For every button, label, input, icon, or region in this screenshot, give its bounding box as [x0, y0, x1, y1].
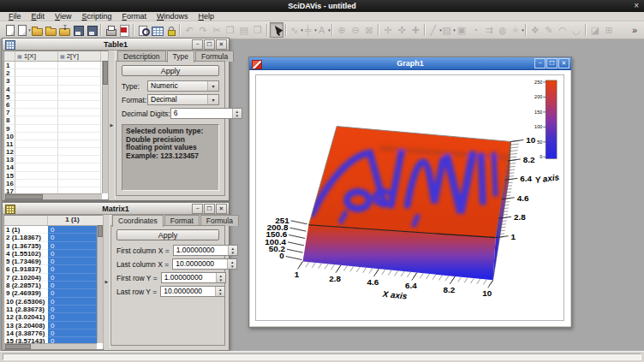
- matrix-cell[interactable]: 0: [48, 250, 97, 258]
- vector-plot-button[interactable]: ⇉: [482, 22, 496, 38]
- row-number[interactable]: 2: [4, 69, 15, 77]
- decimal-digits-spinbox[interactable]: 6: [170, 108, 242, 119]
- close-button[interactable]: ✕: [558, 58, 569, 68]
- matrix-row-header[interactable]: 3 (1.36735): [4, 242, 48, 250]
- table-cell[interactable]: [15, 148, 58, 156]
- matrix-cell[interactable]: 0: [48, 282, 97, 289]
- maximize-button[interactable]: ☐: [204, 39, 215, 50]
- table-cell[interactable]: [58, 125, 101, 133]
- matrix-row-header[interactable]: 14 (3.38776): [4, 329, 48, 337]
- row-number[interactable]: 12: [4, 148, 15, 156]
- row-number[interactable]: 15: [4, 172, 15, 180]
- menu-format[interactable]: Format: [116, 12, 152, 21]
- row-number[interactable]: 13: [4, 156, 15, 163]
- table1-vertical-scrollbar[interactable]: [102, 61, 108, 193]
- app-close-icon[interactable]: ×: [634, 0, 639, 12]
- table-cell[interactable]: [15, 125, 58, 133]
- redo-button[interactable]: ↷: [196, 22, 210, 38]
- row-number[interactable]: 1: [4, 62, 15, 69]
- matrix-row-header[interactable]: 6 (1.91837): [4, 265, 48, 273]
- combo-caret-icon[interactable]: [207, 81, 218, 91]
- last-column-x-spinbox[interactable]: 10.0000000: [172, 258, 237, 270]
- row-number[interactable]: 10: [4, 133, 15, 140]
- draw-line-button[interactable]: ╱▾: [427, 22, 441, 38]
- maximize-button[interactable]: ☐: [204, 204, 215, 214]
- table-cell[interactable]: [15, 172, 58, 180]
- menu-scripting[interactable]: Scripting: [76, 12, 116, 21]
- spinner-arrows-icon[interactable]: [227, 259, 236, 269]
- spinner-arrows-icon[interactable]: [215, 287, 224, 296]
- table-cell[interactable]: [15, 69, 58, 77]
- matrix-row-header[interactable]: 2 (1.18367): [4, 234, 48, 241]
- table-cell[interactable]: [58, 116, 101, 124]
- row-number[interactable]: 6: [4, 101, 15, 109]
- paste-button[interactable]: ▤: [237, 22, 251, 38]
- matrix1-vertical-scrollbar[interactable]: [97, 225, 103, 343]
- add-curve-button[interactable]: ∿▾: [289, 22, 302, 38]
- matrix1-horizontal-scrollbar[interactable]: [4, 343, 97, 349]
- matrix-row-header[interactable]: 9 (2.46939): [4, 289, 48, 297]
- menu-windows[interactable]: Windows: [152, 12, 194, 21]
- matrix1-tab-coordinates[interactable]: Coordinates: [112, 215, 164, 227]
- table-cell[interactable]: [15, 62, 58, 69]
- table1-tab-type[interactable]: Type: [167, 50, 194, 62]
- fit-wizard-button[interactable]: ✧▾: [510, 22, 523, 38]
- new-table-button[interactable]: ◪: [588, 22, 602, 38]
- table-cell[interactable]: [15, 116, 58, 124]
- table-cell[interactable]: [58, 77, 101, 85]
- project-explorer-button[interactable]: [136, 22, 150, 38]
- graph1-titlebar[interactable]: Graph1 − ☐ ✕: [249, 57, 571, 70]
- column-header[interactable]: ▦2[Y]: [58, 51, 101, 61]
- matrix-cell[interactable]: 0: [48, 226, 97, 234]
- plot-3d-sphere-button[interactable]: ◍: [496, 22, 510, 38]
- matrix-row-header[interactable]: 5 (1.73469): [4, 258, 48, 265]
- contour-lines-button[interactable]: ◠: [556, 22, 569, 38]
- table-cell[interactable]: [15, 109, 58, 116]
- select-data-range-button[interactable]: ✚: [408, 22, 422, 38]
- row-number[interactable]: 14: [4, 163, 15, 171]
- apply-button[interactable]: Apply: [122, 65, 219, 76]
- table-cell[interactable]: [58, 62, 101, 69]
- matrix-row-header[interactable]: 10 (2.65306): [4, 298, 48, 306]
- table-cell[interactable]: [58, 156, 101, 163]
- lock-toolbars-button[interactable]: [164, 22, 177, 38]
- add-text-button[interactable]: A▾: [316, 22, 330, 38]
- table-cell[interactable]: [15, 163, 58, 171]
- open-template-button[interactable]: [44, 22, 57, 38]
- add-function-button[interactable]: ▧▾: [441, 22, 455, 38]
- row-number[interactable]: 11: [4, 140, 15, 148]
- table-cell[interactable]: [58, 93, 101, 101]
- minimize-button[interactable]: −: [192, 39, 203, 50]
- matrix-cell[interactable]: 0: [48, 242, 97, 250]
- rescale-to-show-all-button[interactable]: ⊠: [362, 22, 376, 38]
- data-reader-button[interactable]: ✜: [395, 22, 408, 38]
- spinner-arrows-icon[interactable]: [216, 273, 225, 282]
- table-cell[interactable]: [58, 101, 101, 109]
- apply-button[interactable]: Apply: [116, 229, 219, 240]
- matrix-row-header[interactable]: 1 (1): [4, 226, 48, 234]
- type-select[interactable]: Numeric: [147, 80, 219, 92]
- scrollbar-thumb[interactable]: [5, 344, 31, 349]
- row-number[interactable]: 4: [4, 86, 15, 93]
- table-cell[interactable]: [58, 180, 101, 187]
- table-cell[interactable]: [15, 180, 58, 187]
- app-titlebar[interactable]: SciDAVis - untitled ×: [0, 0, 644, 12]
- table-cell[interactable]: [58, 148, 101, 156]
- toolbar-extension-button[interactable]: »: [628, 22, 641, 38]
- table-cell[interactable]: [15, 140, 58, 148]
- spinner-arrows-icon[interactable]: [228, 246, 237, 255]
- results-log-button[interactable]: [150, 22, 164, 38]
- matrix-row-header[interactable]: 4 (1.55102): [4, 250, 48, 258]
- surface-plot-button[interactable]: ❖: [528, 22, 542, 38]
- column-header[interactable]: ▦1[X]: [15, 51, 58, 61]
- row-number[interactable]: 8: [4, 116, 15, 124]
- last-row-y-spinbox[interactable]: 10.0000000: [160, 286, 225, 297]
- pointer-button[interactable]: [270, 22, 283, 38]
- matrix-row-header[interactable]: 11 (2.83673): [4, 306, 48, 313]
- matrix-cell[interactable]: 0: [48, 322, 97, 329]
- save-project-button[interactable]: [71, 22, 85, 38]
- delete-selection-button[interactable]: ❒: [251, 22, 265, 38]
- matrix-cell[interactable]: 0: [48, 265, 97, 273]
- combo-caret-icon[interactable]: [207, 95, 218, 104]
- table-cell[interactable]: [15, 156, 58, 163]
